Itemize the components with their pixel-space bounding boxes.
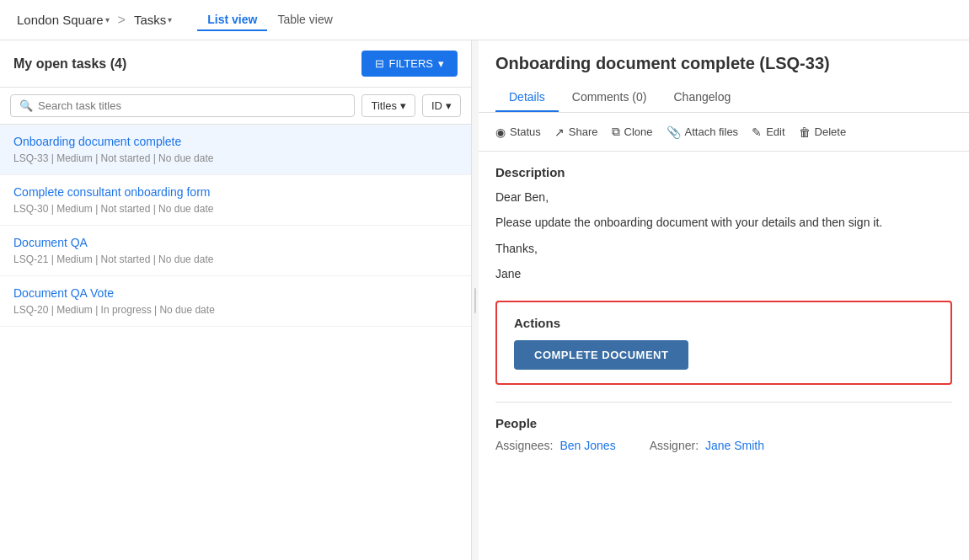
delete-button[interactable]: 🗑 Delete — [799, 122, 847, 142]
clone-button[interactable]: ⧉ Clone — [612, 121, 653, 142]
status-button[interactable]: ◉ Status — [495, 122, 541, 142]
toolbar: ◉ Status ↗ Share ⧉ Clone 📎 Attach files … — [479, 113, 969, 152]
assigner-link[interactable]: Jane Smith — [705, 439, 764, 452]
search-icon: 🔍 — [19, 99, 33, 112]
task-name-1[interactable]: Complete consultant onboarding form — [13, 185, 458, 199]
main-layout: My open tasks (4) ⊟ FILTERS ▾ 🔍 Titles ▾… — [0, 40, 969, 560]
assigner-group: Assigner: Jane Smith — [650, 439, 764, 452]
description-heading: Description — [495, 165, 952, 179]
titles-dropdown[interactable]: Titles ▾ — [361, 94, 415, 117]
status-label: Status — [510, 125, 541, 138]
left-panel: My open tasks (4) ⊟ FILTERS ▾ 🔍 Titles ▾… — [0, 40, 472, 560]
task-meta-0: LSQ-33 | Medium | Not started | No due d… — [13, 152, 213, 164]
task-name-0[interactable]: Onboarding document complete — [13, 135, 458, 148]
clone-icon: ⧉ — [612, 125, 620, 139]
edit-icon: ✎ — [752, 125, 762, 139]
titles-label: Titles — [371, 99, 397, 112]
id-chevron-icon: ▾ — [446, 99, 452, 112]
task-list: Onboarding document complete LSQ-33 | Me… — [0, 125, 471, 560]
resize-handle[interactable] — [472, 40, 479, 560]
project-chevron: ▾ — [105, 15, 110, 24]
tab-changelog[interactable]: Changelog — [660, 83, 744, 112]
project-link[interactable]: London Square ▾ — [17, 13, 110, 27]
assignee-link[interactable]: Ben Jones — [559, 439, 615, 452]
description-body: Dear Ben, Please update the onboarding d… — [495, 188, 952, 284]
task-name-2[interactable]: Document QA — [13, 236, 458, 249]
tab-details[interactable]: Details — [495, 83, 559, 112]
filter-icon: ⊟ — [375, 57, 384, 70]
share-button[interactable]: ↗ Share — [554, 122, 598, 142]
filter-button[interactable]: ⊟ FILTERS ▾ — [361, 51, 458, 77]
task-detail-title: Onboarding document complete (LSQ-33) — [495, 54, 952, 73]
desc-line-4: Thanks, — [495, 239, 952, 258]
detail-tabs: Details Comments (0) Changelog — [495, 83, 952, 112]
tasks-label: Tasks — [134, 13, 166, 27]
actions-heading: Actions — [514, 316, 934, 330]
attach-label: Attach files — [685, 125, 739, 138]
filter-chevron-icon: ▾ — [438, 57, 444, 70]
view-tabs: List view Table view — [197, 9, 343, 31]
tab-comments[interactable]: Comments (0) — [559, 83, 661, 112]
share-label: Share — [569, 125, 598, 138]
search-bar-row: 🔍 Titles ▾ ID ▾ — [0, 88, 471, 125]
project-name: London Square — [17, 13, 104, 27]
task-item-2[interactable]: Document QA LSQ-21 | Medium | Not starte… — [0, 226, 471, 276]
filter-btn-label: FILTERS — [389, 57, 434, 70]
breadcrumb: London Square ▾ > Tasks ▾ List view Tabl… — [17, 9, 343, 31]
titles-chevron-icon: ▾ — [400, 99, 406, 112]
task-meta-1: LSQ-30 | Medium | Not started | No due d… — [13, 203, 213, 215]
resize-handle-inner — [474, 288, 476, 313]
right-content: Description Dear Ben, Please update the … — [479, 152, 969, 560]
edit-button[interactable]: ✎ Edit — [752, 122, 784, 142]
task-meta-3: LSQ-20 | Medium | In progress | No due d… — [13, 304, 215, 316]
tab-list-view[interactable]: List view — [197, 9, 267, 31]
share-icon: ↗ — [554, 125, 565, 139]
assigner-label: Assigner: — [650, 439, 699, 452]
left-header: My open tasks (4) ⊟ FILTERS ▾ — [0, 40, 471, 88]
tasks-link[interactable]: Tasks ▾ — [134, 13, 172, 27]
status-icon: ◉ — [495, 125, 506, 139]
description-section: Description Dear Ben, Please update the … — [495, 165, 952, 284]
tab-table-view[interactable]: Table view — [267, 9, 342, 31]
task-item-1[interactable]: Complete consultant onboarding form LSQ-… — [0, 175, 471, 226]
clone-label: Clone — [624, 125, 653, 138]
desc-line-6: Jane — [495, 264, 952, 283]
delete-icon: 🗑 — [799, 125, 811, 139]
assignees-label: Assignees: — [495, 439, 553, 452]
search-input-wrap[interactable]: 🔍 — [10, 94, 355, 117]
actions-section: Actions COMPLETE DOCUMENT — [495, 301, 952, 385]
task-meta-2: LSQ-21 | Medium | Not started | No due d… — [13, 253, 213, 265]
delete-label: Delete — [815, 125, 847, 138]
desc-line-2: Please update the onboarding document wi… — [495, 213, 952, 232]
task-list-title: My open tasks (4) — [13, 56, 126, 72]
attach-button[interactable]: 📎 Attach files — [667, 122, 739, 142]
id-label: ID — [431, 99, 442, 112]
complete-document-button[interactable]: COMPLETE DOCUMENT — [514, 340, 688, 370]
id-dropdown[interactable]: ID ▾ — [422, 94, 461, 117]
top-nav: London Square ▾ > Tasks ▾ List view Tabl… — [0, 0, 969, 40]
desc-line-0: Dear Ben, — [495, 188, 952, 206]
attach-icon: 📎 — [667, 125, 681, 139]
edit-label: Edit — [766, 125, 784, 138]
breadcrumb-separator: > — [118, 13, 126, 28]
people-row: Assignees: Ben Jones Assigner: Jane Smit… — [495, 439, 952, 452]
task-name-3[interactable]: Document QA Vote — [13, 286, 458, 300]
assignees-group: Assignees: Ben Jones — [495, 439, 616, 452]
task-item-3[interactable]: Document QA Vote LSQ-20 | Medium | In pr… — [0, 276, 471, 327]
search-input[interactable] — [38, 99, 345, 112]
people-heading: People — [495, 416, 952, 430]
right-panel: Onboarding document complete (LSQ-33) De… — [479, 40, 969, 560]
task-item-0[interactable]: Onboarding document complete LSQ-33 | Me… — [0, 125, 471, 175]
tasks-chevron: ▾ — [168, 15, 172, 24]
right-header: Onboarding document complete (LSQ-33) De… — [479, 40, 969, 113]
people-section: People Assignees: Ben Jones Assigner: Ja… — [495, 402, 952, 452]
